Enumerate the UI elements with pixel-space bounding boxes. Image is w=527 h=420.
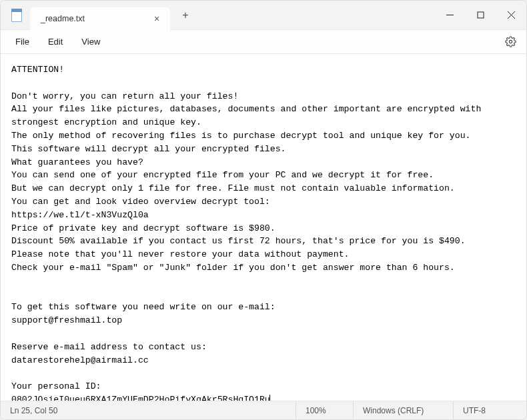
text-editor-area[interactable]: ATTENTION! Don't worry, you can return a… [1,54,526,401]
status-line-ending: Windows (CRLF) [353,401,453,419]
settings-button[interactable] [500,31,521,53]
menu-edit[interactable]: Edit [39,33,72,51]
notepad-app-icon [10,7,23,23]
text-cursor [270,395,270,401]
menu-file[interactable]: File [6,33,39,51]
tab-title: _readme.txt [41,14,146,23]
statusbar: Ln 25, Col 50 100% Windows (CRLF) UTF-8 [1,401,526,419]
maximize-button[interactable] [465,1,496,30]
svg-point-4 [509,40,512,43]
window-controls [434,1,526,30]
svg-rect-1 [478,12,484,18]
notepad-window: _readme.txt × + File Edit View [0,0,527,420]
tab-readme[interactable]: _readme.txt × [30,7,170,30]
status-encoding: UTF-8 [453,401,526,419]
new-tab-button[interactable]: + [175,5,195,25]
menubar: File Edit View [1,30,526,54]
minimize-button[interactable] [434,1,465,30]
status-zoom[interactable]: 100% [296,401,353,419]
close-button[interactable] [496,1,526,30]
document-text: ATTENTION! Don't worry, you can return a… [11,65,486,401]
close-tab-icon[interactable]: × [151,13,162,24]
status-position: Ln 25, Col 50 [1,401,296,419]
titlebar: _readme.txt × + [1,1,526,30]
menu-view[interactable]: View [72,33,109,51]
